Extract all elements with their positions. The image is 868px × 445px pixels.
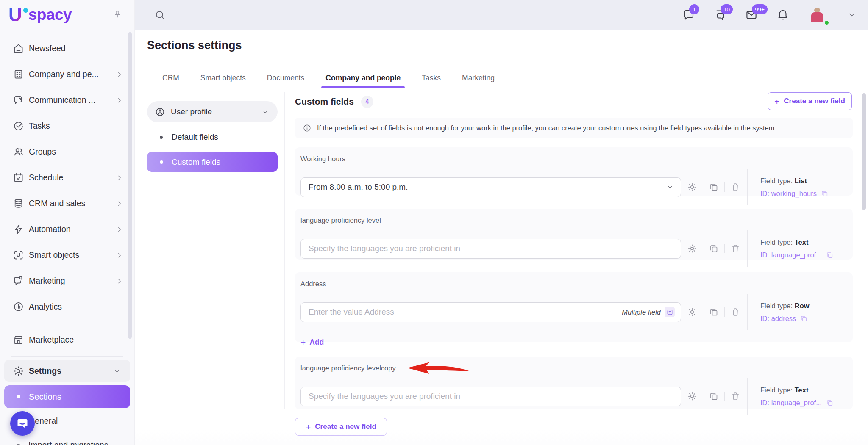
sidebar-item-marketing[interactable]: Marketing bbox=[0, 268, 134, 294]
tab-company-and-people[interactable]: Company and people bbox=[325, 71, 401, 88]
field-settings-gear-icon[interactable] bbox=[687, 391, 697, 401]
storefront-icon bbox=[13, 334, 24, 345]
language-proficiency-input[interactable] bbox=[309, 244, 673, 253]
create-new-field-button[interactable]: + Create a new field bbox=[768, 92, 852, 110]
sidebar-item-label: Automation bbox=[29, 224, 71, 234]
sidebar-item-automation[interactable]: Automation bbox=[0, 216, 134, 242]
sidebar-item-tasks[interactable]: Tasks bbox=[0, 113, 134, 139]
main-content: Sections settings CRM Smart objects Docu… bbox=[135, 30, 868, 445]
tab-tasks[interactable]: Tasks bbox=[421, 71, 442, 88]
duplicate-field-icon[interactable] bbox=[709, 307, 719, 317]
analytics-icon bbox=[13, 301, 24, 312]
chat-phone-icon bbox=[13, 94, 24, 106]
fields-count-badge: 4 bbox=[361, 96, 373, 108]
chat-badge: 1 bbox=[689, 4, 699, 14]
duplicate-field-icon[interactable] bbox=[709, 182, 719, 192]
field-label: language proficiency level bbox=[300, 216, 853, 224]
actions-separator bbox=[703, 244, 703, 253]
sidebar-item-analytics[interactable]: Analytics bbox=[0, 294, 134, 320]
sidebar-item-label: Company and pe... bbox=[29, 69, 99, 79]
sidebar-item-label: Newsfeed bbox=[29, 44, 66, 53]
subnav-item-default-fields[interactable]: Default fields bbox=[147, 133, 278, 142]
actions-separator bbox=[724, 244, 725, 253]
duplicate-field-icon[interactable] bbox=[709, 391, 719, 401]
field-settings-gear-icon[interactable] bbox=[687, 182, 697, 192]
tab-documents[interactable]: Documents bbox=[266, 71, 306, 88]
user-profile-dropdown[interactable]: User profile bbox=[147, 101, 278, 122]
sidebar-item-marketplace[interactable]: Marketplace bbox=[0, 327, 134, 353]
field-card-working-hours: Working hours From 8.00 a.m. to 5:00 p.m… bbox=[295, 147, 853, 196]
subnav-item-custom-fields[interactable]: Custom fields bbox=[147, 152, 278, 172]
sidebar-item-schedule[interactable]: Schedule bbox=[0, 165, 134, 191]
sidebar-item-crm-and-sales[interactable]: CRM and sales bbox=[0, 191, 134, 216]
sidebar-item-communication[interactable]: Communication ... bbox=[0, 87, 134, 113]
sidebar-scrollbar[interactable] bbox=[128, 32, 132, 339]
sidebar-item-label: Marketing bbox=[29, 276, 65, 286]
field-type-text: Field type: Text bbox=[760, 238, 843, 246]
actions-separator bbox=[724, 182, 725, 192]
tab-crm[interactable]: CRM bbox=[161, 71, 180, 88]
group-chat-badge: 10 bbox=[721, 4, 733, 14]
plus-icon: + bbox=[774, 97, 779, 106]
field-settings-gear-icon[interactable] bbox=[687, 307, 697, 317]
account-chevron-down-icon[interactable] bbox=[848, 11, 856, 19]
sidebar-item-sections[interactable]: Sections bbox=[4, 385, 130, 408]
page-title: Sections settings bbox=[147, 39, 242, 52]
chevron-right-icon bbox=[116, 200, 123, 207]
copy-id-icon[interactable] bbox=[826, 251, 834, 259]
sidebar-item-label: Settings bbox=[29, 366, 61, 376]
copy-id-icon[interactable] bbox=[826, 399, 834, 407]
copy-id-icon[interactable] bbox=[821, 190, 829, 198]
delete-field-trash-icon[interactable] bbox=[730, 243, 740, 254]
group-chat-icon[interactable]: 10 bbox=[714, 8, 726, 21]
tab-smart-objects[interactable]: Smart objects bbox=[200, 71, 247, 88]
field-settings-gear-icon[interactable] bbox=[687, 243, 697, 254]
actions-separator bbox=[724, 392, 725, 401]
sidebar-item-label: Schedule bbox=[29, 173, 63, 182]
info-banner-text: If the predefined set of fields is not e… bbox=[317, 124, 776, 132]
bell-icon[interactable] bbox=[776, 8, 789, 21]
working-hours-select[interactable]: From 8.00 a.m. to 5:00 p.m. bbox=[300, 177, 681, 197]
field-actions bbox=[687, 243, 740, 254]
sidebar-item-settings[interactable]: Settings bbox=[4, 360, 130, 382]
chat-widget-button[interactable] bbox=[10, 411, 35, 436]
delete-field-trash-icon[interactable] bbox=[730, 182, 740, 192]
mail-icon[interactable]: 99+ bbox=[745, 8, 758, 21]
field-meta: Field type: Row ID: address bbox=[747, 294, 843, 330]
chat-icon[interactable]: 1 bbox=[682, 8, 695, 21]
logo-dot-icon bbox=[23, 8, 28, 13]
topbar-actions: 1 10 99+ bbox=[682, 4, 856, 25]
sidebar-item-newsfeed[interactable]: Newsfeed bbox=[0, 36, 134, 61]
create-new-field-bottom-button[interactable]: + Create a new field bbox=[295, 418, 387, 436]
address-input[interactable] bbox=[309, 307, 673, 317]
logo-u-mark: U bbox=[8, 6, 22, 23]
duplicate-field-icon[interactable] bbox=[709, 243, 719, 254]
add-address-row-button[interactable]: + Add bbox=[300, 338, 324, 347]
main-scrollbar[interactable] bbox=[862, 93, 866, 210]
search-icon[interactable] bbox=[154, 9, 166, 21]
check-circle-icon bbox=[13, 120, 24, 132]
chevron-down-icon bbox=[113, 367, 121, 375]
sidebar-item-smart-objects[interactable]: Smart objects bbox=[0, 242, 134, 268]
sidebar-item-label: Smart objects bbox=[29, 250, 79, 260]
field-meta: Field type: List ID: working_hours bbox=[747, 169, 843, 205]
pin-icon[interactable] bbox=[112, 10, 122, 20]
topbar: 1 10 99+ bbox=[135, 0, 868, 30]
actions-separator bbox=[724, 307, 725, 317]
actions-separator bbox=[703, 182, 703, 192]
sidebar-item-label: Analytics bbox=[29, 302, 62, 312]
tab-marketing[interactable]: Marketing bbox=[461, 71, 495, 88]
language-proficiency-copy-input[interactable] bbox=[309, 392, 673, 401]
user-avatar[interactable] bbox=[808, 4, 829, 25]
field-id-text: ID: address bbox=[760, 315, 843, 323]
copy-id-icon[interactable] bbox=[800, 315, 808, 323]
sidebar-divider bbox=[11, 356, 123, 357]
section-subnav: User profile Default fields Custom field… bbox=[147, 101, 278, 172]
bullet-icon bbox=[160, 160, 163, 164]
delete-field-trash-icon[interactable] bbox=[730, 307, 740, 317]
sidebar-item-company-and-people[interactable]: Company and pe... bbox=[0, 61, 134, 87]
delete-field-trash-icon[interactable] bbox=[730, 391, 740, 401]
sidebar-item-groups[interactable]: Groups bbox=[0, 139, 134, 165]
sidebar-item-label: CRM and sales bbox=[29, 199, 85, 208]
uspacy-logo[interactable]: U spacy bbox=[8, 6, 72, 23]
